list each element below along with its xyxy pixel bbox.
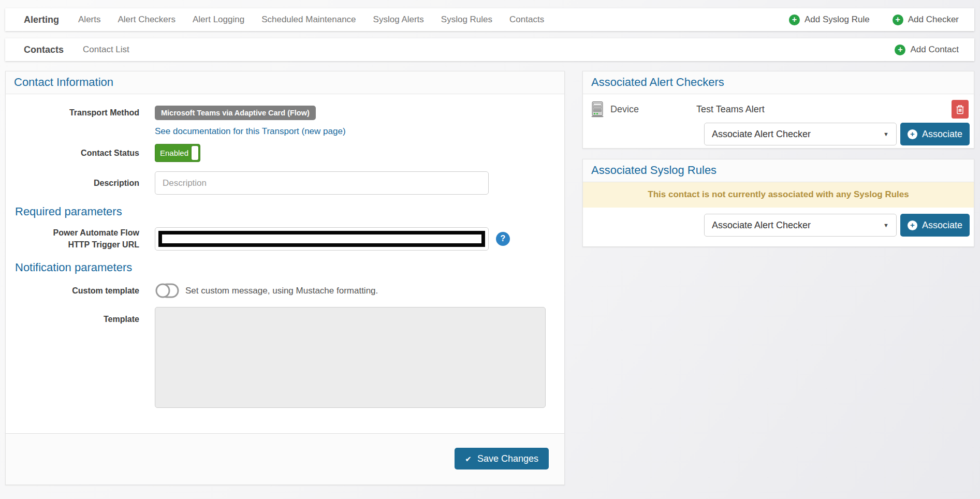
template-label: Template: [15, 307, 139, 325]
contacts-navbar-title: Contacts: [24, 45, 64, 55]
plus-circle-icon: +: [908, 221, 917, 230]
add-syslog-rule-button[interactable]: + Add Syslog Rule: [789, 14, 870, 25]
associate-button-label: Associate: [922, 220, 962, 231]
associate-button-label: Associate: [922, 129, 962, 140]
select-value: Associate Alert Checker: [712, 129, 811, 140]
contact-information-panel: Contact Information Transport Method Mic…: [5, 71, 565, 485]
syslog-rules-empty-message: This contact is not currently associated…: [583, 182, 974, 208]
alert-checker-name: Test Teams Alert: [696, 104, 952, 115]
nav-item-alert-logging[interactable]: Alert Logging: [193, 14, 244, 25]
contacts-navbar-actions: + Add Contact: [895, 45, 959, 55]
description-input[interactable]: [155, 171, 489, 195]
associate-syslog-rule-select[interactable]: Associate Alert Checker ▼: [704, 214, 897, 237]
add-checker-button[interactable]: + Add Checker: [893, 14, 959, 25]
trash-icon: [956, 105, 964, 114]
contact-status-label: Contact Status: [15, 147, 139, 159]
associated-alert-checkers-panel: Associated Alert Checkers Device Test Te…: [582, 71, 974, 149]
toggle-knob: [192, 146, 198, 160]
plus-circle-icon: +: [908, 129, 917, 139]
alerting-navbar: Alerting Alerts Alert Checkers Alert Log…: [5, 8, 974, 31]
associated-alert-checkers-title: Associated Alert Checkers: [583, 71, 974, 94]
plus-circle-icon: +: [895, 45, 905, 55]
device-icon: [590, 101, 605, 118]
nav-item-contacts[interactable]: Contacts: [509, 14, 544, 25]
transport-method-badge: Microsoft Teams via Adaptive Card (Flow): [155, 106, 316, 120]
syslog-rule-associate-row: Associate Alert Checker ▼ + Associate: [583, 208, 974, 242]
plus-circle-icon: +: [893, 14, 903, 25]
custom-template-help-text: Set custom message, using Mustache forma…: [185, 286, 378, 296]
template-textarea[interactable]: [155, 307, 546, 408]
transport-documentation-link[interactable]: See documentation for this Transport (ne…: [155, 126, 554, 137]
nav-item-contact-list[interactable]: Contact List: [83, 45, 129, 55]
save-changes-button[interactable]: ✔ Save Changes: [455, 448, 549, 469]
alert-checker-associate-row: Associate Alert Checker ▼ + Associate: [583, 120, 974, 151]
alert-checker-row: Device Test Teams Alert: [583, 94, 974, 120]
chevron-down-icon: ▼: [883, 131, 889, 137]
delete-alert-checker-button[interactable]: [952, 100, 969, 119]
chevron-down-icon: ▼: [883, 222, 889, 228]
save-changes-label: Save Changes: [477, 453, 538, 464]
description-label: Description: [15, 177, 139, 189]
associated-syslog-rules-panel: Associated Syslog Rules This contact is …: [582, 159, 974, 247]
nav-item-scheduled-maintenance[interactable]: Scheduled Maintenance: [261, 14, 356, 25]
flow-url-label: Power Automate Flow HTTP Trigger URL: [15, 227, 139, 251]
contacts-navbar: Contacts Contact List + Add Contact: [5, 38, 974, 61]
contact-information-title: Contact Information: [6, 71, 564, 94]
nav-item-alert-checkers[interactable]: Alert Checkers: [118, 14, 175, 25]
nav-item-alerts[interactable]: Alerts: [78, 14, 100, 25]
select-value: Associate Alert Checker: [712, 220, 811, 231]
add-contact-label: Add Contact: [910, 45, 959, 55]
add-contact-button[interactable]: + Add Contact: [895, 45, 959, 55]
custom-template-label: Custom template: [15, 285, 139, 297]
plus-circle-icon: +: [789, 14, 800, 25]
associated-syslog-rules-title: Associated Syslog Rules: [583, 159, 974, 182]
nav-item-syslog-alerts[interactable]: Syslog Alerts: [373, 14, 424, 25]
contact-information-footer: ✔ Save Changes: [6, 433, 564, 485]
help-icon[interactable]: ?: [496, 232, 510, 246]
toggle-off-icon[interactable]: [155, 283, 179, 299]
add-checker-label: Add Checker: [908, 14, 959, 25]
alerting-navbar-title: Alerting: [24, 14, 59, 25]
nav-item-syslog-rules[interactable]: Syslog Rules: [441, 14, 492, 25]
redacted-value: [158, 231, 485, 247]
associate-alert-checker-select[interactable]: Associate Alert Checker ▼: [704, 123, 897, 145]
associate-syslog-rule-button[interactable]: + Associate: [900, 214, 970, 237]
add-syslog-rule-label: Add Syslog Rule: [805, 14, 870, 25]
notification-parameters-heading: Notification parameters: [15, 261, 554, 274]
required-parameters-heading: Required parameters: [15, 205, 554, 218]
contact-status-toggle[interactable]: Enabled: [155, 144, 200, 162]
contact-information-form: Transport Method Microsoft Teams via Ada…: [6, 94, 564, 408]
associate-alert-checker-button[interactable]: + Associate: [900, 123, 970, 145]
alert-checker-type: Device: [610, 104, 639, 115]
alerting-navbar-actions: + Add Syslog Rule + Add Checker: [789, 14, 959, 25]
transport-method-label: Transport Method: [15, 107, 139, 119]
check-icon: ✔: [465, 455, 472, 463]
flow-url-input[interactable]: [155, 227, 489, 251]
